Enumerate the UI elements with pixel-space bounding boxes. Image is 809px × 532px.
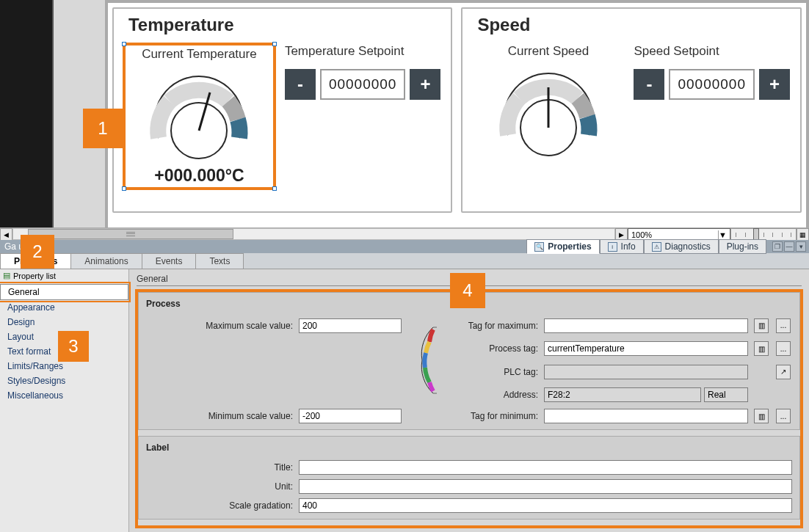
selection-handle[interactable] xyxy=(122,186,126,191)
mini-gauge-icon xyxy=(407,316,437,404)
horizontal-scrollbar[interactable]: ◀ ▶ 100% ▼ ▦ xyxy=(0,227,809,240)
label-process-tag: Process tag: xyxy=(443,343,538,354)
input-address xyxy=(544,387,701,402)
tab-animations[interactable]: Animations xyxy=(70,253,142,269)
gauge-icon xyxy=(486,62,611,157)
sidebar-item-appearance[interactable]: Appearance xyxy=(0,300,128,315)
design-surface[interactable]: Temperature Current Temperature xyxy=(105,0,809,227)
tab-plugins[interactable]: Plug-ins xyxy=(719,239,766,254)
browse-button[interactable]: ... xyxy=(776,318,791,333)
input-max-scale[interactable] xyxy=(299,318,402,333)
property-list-sidebar: ▤ Property list General Appearance Desig… xyxy=(0,269,129,532)
sidebar-item-miscellaneous[interactable]: Miscellaneous xyxy=(0,388,128,403)
input-tag-max[interactable] xyxy=(544,318,748,333)
setpoint-speed: Speed Setpoint - 00000000 + xyxy=(634,44,790,160)
panel-temperature[interactable]: Temperature Current Temperature xyxy=(112,7,453,213)
label-title: Title: xyxy=(146,462,293,473)
browse-button[interactable]: ... xyxy=(776,409,791,423)
main-tabs: Properties Animations Events Texts xyxy=(0,253,809,269)
tab-diagnostics[interactable]: ⚠Diagnostics xyxy=(644,239,719,254)
callout-4: 4 xyxy=(450,273,485,308)
input-min-scale[interactable] xyxy=(299,409,402,423)
tag-picker-icon[interactable]: ▥ xyxy=(754,318,769,333)
input-unit[interactable] xyxy=(299,479,792,494)
tag-picker-icon[interactable]: ▥ xyxy=(754,341,769,356)
window-button[interactable]: — xyxy=(784,241,794,252)
label-unit: Unit: xyxy=(146,481,293,492)
selection-handle[interactable] xyxy=(122,42,126,46)
label-max-scale: Maximum scale value: xyxy=(146,321,293,331)
zoom-value: 100% xyxy=(631,230,652,239)
callout-3: 3 xyxy=(58,331,89,362)
scroll-thumb[interactable] xyxy=(28,229,233,239)
window-button[interactable]: ❐ xyxy=(772,241,783,252)
gauge-current-speed[interactable]: Current Speed xyxy=(473,44,623,160)
label-address: Address: xyxy=(443,390,538,400)
label-min-scale: Minimum scale value: xyxy=(146,411,293,421)
property-content: General Process Maximum scale value: xyxy=(129,269,809,532)
tag-picker-icon[interactable]: ▥ xyxy=(754,409,769,423)
tab-texts[interactable]: Texts xyxy=(195,253,244,269)
properties-panel: ▤ Property list General Appearance Desig… xyxy=(0,269,809,532)
gauge-label: Current Temperature xyxy=(127,47,272,62)
dropdown-icon[interactable]: ▼ xyxy=(718,230,727,239)
property-list-header: ▤ Property list xyxy=(0,269,128,283)
setpoint-label: Temperature Setpoint xyxy=(285,44,441,59)
sidebar-item-design[interactable]: Design xyxy=(0,315,128,329)
input-process-tag[interactable] xyxy=(544,341,748,356)
browse-button[interactable]: ... xyxy=(776,341,791,356)
plus-button[interactable]: + xyxy=(759,69,790,100)
label-tag-max: Tag for maximum: xyxy=(443,321,538,331)
scroll-track[interactable] xyxy=(12,228,615,240)
tab-info[interactable]: iInfo xyxy=(600,239,644,254)
ruler-dark xyxy=(0,0,54,227)
plus-button[interactable]: + xyxy=(410,69,440,100)
selection-handle[interactable] xyxy=(272,186,277,191)
label-tag-min: Tag for minimum: xyxy=(443,411,538,421)
inspector-tabs: 🔍Properties iInfo ⚠Diagnostics Plug-ins xyxy=(526,239,766,254)
panel-speed[interactable]: Speed Current Speed xyxy=(461,7,802,213)
list-icon: ▤ xyxy=(3,271,10,280)
input-tag-min[interactable] xyxy=(544,409,748,423)
object-title-bar: Ga uge] 🔍Properties iInfo ⚠Diagnostics P… xyxy=(0,240,809,253)
sidebar-item-styles-designs[interactable]: Styles/Designs xyxy=(0,374,128,388)
callout-2: 2 xyxy=(21,235,54,269)
group-label: Label Title: Unit: Scale gradation: xyxy=(138,436,800,520)
window-button[interactable]: ▾ xyxy=(796,241,806,252)
grid-icon[interactable]: ▦ xyxy=(797,228,809,241)
diagnostics-icon: ⚠ xyxy=(652,242,661,252)
group-title: Label xyxy=(146,442,792,453)
gauge-icon xyxy=(137,65,261,160)
gauge-value: +000.000°C xyxy=(127,166,272,186)
input-title[interactable] xyxy=(299,460,792,475)
setpoint-value[interactable]: 00000000 xyxy=(320,69,406,100)
gauge-current-temperature[interactable]: Current Temperature +000.000°C xyxy=(124,44,275,189)
properties-icon: 🔍 xyxy=(534,242,544,252)
selection-handle[interactable] xyxy=(272,42,277,46)
goto-icon[interactable]: ↗ xyxy=(776,365,791,379)
label-scale-gradation: Scale gradation: xyxy=(146,500,293,511)
panel-title: Temperature xyxy=(124,15,441,35)
input-plc-tag xyxy=(544,365,748,379)
panel-title: Speed xyxy=(473,15,790,35)
label-plc-tag: PLC tag: xyxy=(443,367,538,377)
info-icon: i xyxy=(608,242,617,252)
minus-button[interactable]: - xyxy=(634,69,664,100)
setpoint-temperature: Temperature Setpoint - 00000000 + xyxy=(285,44,441,189)
input-scale-gradation[interactable] xyxy=(299,498,792,513)
setpoint-label: Speed Setpoint xyxy=(634,44,790,59)
callout-1: 1 xyxy=(83,109,123,148)
scroll-left-icon[interactable]: ◀ xyxy=(0,228,12,241)
tab-properties[interactable]: 🔍Properties xyxy=(526,239,599,254)
gauge-label: Current Speed xyxy=(473,44,623,59)
group-process: Process Maximum scale value: xyxy=(138,292,800,430)
minus-button[interactable]: - xyxy=(285,69,316,100)
setpoint-value[interactable]: 00000000 xyxy=(669,69,755,100)
sidebar-item-general[interactable]: General xyxy=(0,284,128,300)
tab-events[interactable]: Events xyxy=(142,253,197,269)
input-address-type xyxy=(704,387,748,402)
